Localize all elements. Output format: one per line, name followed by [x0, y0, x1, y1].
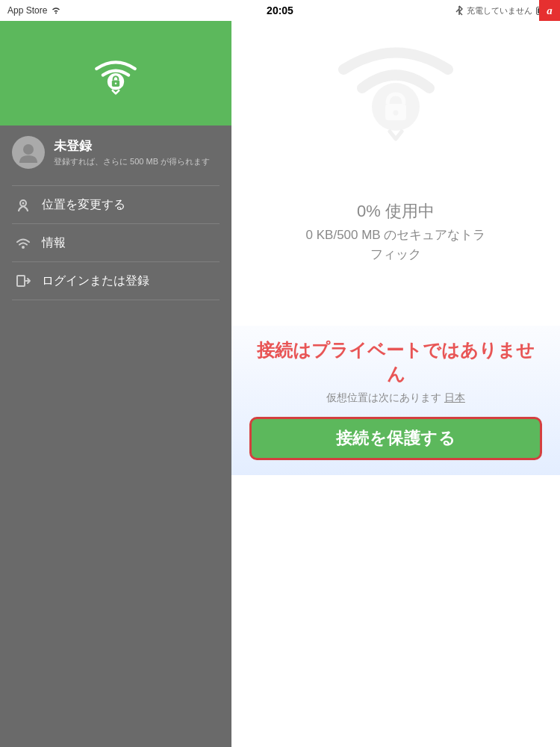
- status-bar: App Store 20:05 充電していません: [0, 0, 560, 21]
- usage-percent: 0% 使用中: [357, 200, 435, 223]
- charging-label: 充電していません: [467, 5, 532, 16]
- usage-detail: 0 KB/500 MB のセキュアなトラフィック: [302, 226, 489, 264]
- time-display: 20:05: [267, 4, 293, 16]
- main-bg-logo-icon: [329, 21, 463, 155]
- user-sub-label: 登録すれば、さらに 500 MB が得られます: [54, 156, 210, 167]
- avatar: [12, 136, 45, 169]
- user-info: 未登録 登録すれば、さらに 500 MB が得られます: [54, 137, 210, 167]
- sidebar-item-login[interactable]: ログインまたは登録: [0, 262, 231, 300]
- menu-separator-4: [12, 300, 220, 300]
- info-wifi-icon: [15, 235, 31, 251]
- location-icon: [15, 196, 31, 213]
- sidebar-header: [0, 21, 231, 125]
- svg-point-6: [22, 246, 25, 249]
- sidebar: 未登録 登録すれば、さらに 500 MB が得られます 位置を変更する: [0, 21, 231, 747]
- login-icon: [15, 273, 31, 289]
- sidebar-item-location[interactable]: 位置を変更する: [0, 186, 231, 223]
- status-bar-right: 充電していません: [455, 5, 553, 16]
- sidebar-item-info[interactable]: 情報: [0, 224, 231, 261]
- user-avatar-icon: [18, 142, 39, 163]
- virtual-location: 仮想位置は次にあります 日本: [326, 391, 465, 405]
- connection-warning: 接続はプライベートではありません: [249, 338, 542, 387]
- app-layout: 未登録 登録すれば、さらに 500 MB が得られます 位置を変更する: [0, 21, 560, 747]
- sidebar-menu: 位置を変更する 情報 ログインまたは登録: [0, 185, 231, 300]
- connect-button[interactable]: 接続を保護する: [249, 417, 542, 460]
- info-label: 情報: [42, 235, 66, 251]
- app-store-label: App Store: [7, 5, 47, 16]
- usage-section: 0% 使用中 0 KB/500 MB のセキュアなトラフィック: [302, 170, 489, 264]
- user-section: 未登録 登録すれば、さらに 500 MB が得られます: [0, 125, 231, 179]
- bluetooth-icon: [455, 5, 463, 16]
- svg-rect-7: [17, 276, 25, 286]
- wifi-icon: [51, 7, 61, 14]
- svg-point-10: [393, 111, 399, 116]
- svg-point-3: [23, 144, 34, 155]
- user-name: 未登録: [54, 137, 210, 155]
- location-label: 位置を変更する: [42, 197, 125, 213]
- svg-point-5: [22, 202, 25, 205]
- login-label: ログインまたは登録: [42, 273, 149, 289]
- main-content: 0% 使用中 0 KB/500 MB のセキュアなトラフィック 接続はプライベー…: [231, 21, 560, 747]
- status-bar-left: App Store: [7, 5, 61, 16]
- svg-point-2: [115, 82, 117, 84]
- vpn-logo-icon: [90, 51, 142, 96]
- location-link[interactable]: 日本: [444, 391, 465, 403]
- bottom-section: 接続はプライベートではありません 仮想位置は次にあります 日本 接続を保護する: [231, 323, 560, 475]
- avast-icon: a: [539, 0, 560, 21]
